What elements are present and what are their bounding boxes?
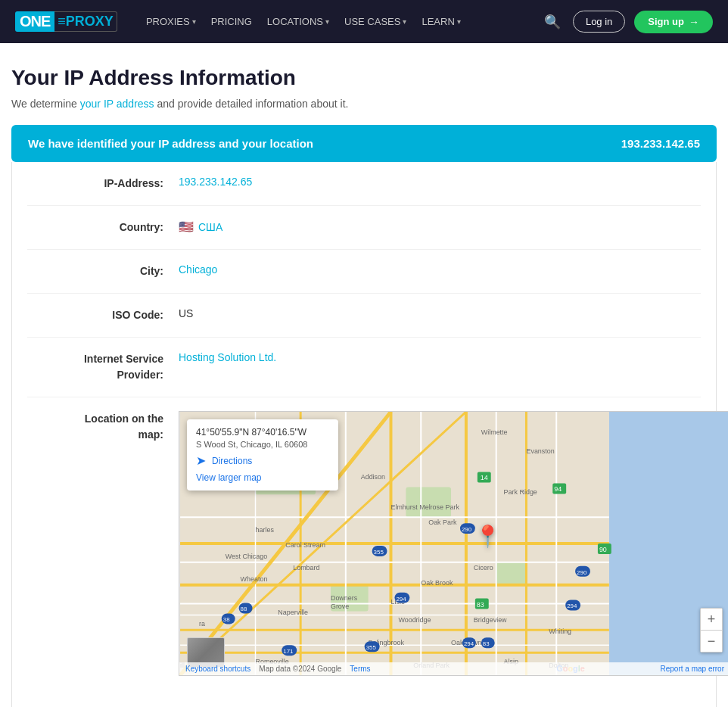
- logo-on: ONE: [15, 11, 54, 32]
- svg-text:Evanston: Evanston: [526, 447, 554, 455]
- report-error-link[interactable]: Report a map error: [661, 665, 724, 673]
- iso-label: ISO Code:: [58, 307, 179, 323]
- map-container: Jefferson Wilmette Evanston Park Ridge A…: [179, 411, 728, 676]
- svg-text:Oak Brook: Oak Brook: [421, 579, 453, 587]
- chevron-down-icon: ▾: [325, 17, 329, 26]
- svg-text:Elmhurst Melrose Park: Elmhurst Melrose Park: [390, 503, 459, 511]
- nav-use-cases[interactable]: USE CASES ▾: [338, 11, 412, 32]
- svg-text:90: 90: [599, 546, 607, 553]
- svg-text:Cicero: Cicero: [474, 564, 493, 572]
- map-address: S Wood St, Chicago, IL 60608: [196, 440, 329, 449]
- nav-links: PROXIES ▾ PRICING LOCATIONS ▾ USE CASES …: [140, 11, 518, 32]
- map-coordinates: 41°50'55.9"N 87°40'16.5"W: [196, 427, 329, 438]
- svg-text:38: 38: [223, 616, 230, 623]
- svg-text:83: 83: [477, 601, 484, 609]
- svg-text:Woodridge: Woodridge: [398, 616, 431, 624]
- iso-row: ISO Code: US: [27, 294, 701, 338]
- svg-text:Lombard: Lombard: [293, 564, 319, 572]
- svg-text:294: 294: [464, 640, 474, 647]
- map-footer-left: Keyboard shortcuts Map data ©2024 Google…: [185, 665, 371, 673]
- map-wrapper[interactable]: Jefferson Wilmette Evanston Park Ridge A…: [179, 411, 728, 676]
- nav-learn[interactable]: LEARN ▾: [415, 11, 466, 32]
- map-popup-actions: ➤ Directions: [196, 453, 329, 468]
- keyboard-shortcuts-link[interactable]: Keyboard shortcuts: [185, 665, 250, 673]
- svg-text:88: 88: [241, 606, 247, 612]
- svg-text:355: 355: [366, 644, 377, 651]
- svg-text:83: 83: [483, 640, 490, 647]
- svg-text:Whiting: Whiting: [549, 628, 571, 635]
- map-marker: 📍: [474, 524, 501, 549]
- arrow-icon: →: [689, 16, 699, 28]
- search-icon[interactable]: 🔍: [541, 11, 564, 33]
- svg-text:171: 171: [283, 648, 294, 655]
- banner-ip: 193.233.142.65: [621, 137, 700, 150]
- map-terms-link[interactable]: Terms: [350, 665, 370, 673]
- page-title: Your IP Address Information: [11, 66, 717, 90]
- svg-text:Wheaton: Wheaton: [241, 575, 268, 583]
- svg-text:Park Ridge: Park Ridge: [504, 488, 537, 496]
- ip-label: IP-Address:: [58, 176, 179, 192]
- ip-row: IP-Address: 193.233.142.65: [27, 162, 701, 206]
- city-row: City: Chicago: [27, 250, 701, 294]
- zoom-out-button[interactable]: −: [701, 631, 722, 652]
- nav-locations[interactable]: LOCATIONS ▾: [261, 11, 335, 32]
- chevron-down-icon: ▾: [192, 17, 196, 26]
- map-popup: 41°50'55.9"N 87°40'16.5"W S Wood St, Chi…: [187, 419, 338, 491]
- svg-text:Oak Park: Oak Park: [428, 519, 457, 526]
- svg-text:290: 290: [462, 526, 472, 533]
- svg-text:Downers: Downers: [331, 594, 358, 602]
- svg-text:West Chicago: West Chicago: [226, 553, 268, 560]
- ip-banner: We have identified your IP address and y…: [11, 125, 717, 162]
- country-row: Country: 🇺🇸США: [27, 206, 701, 250]
- chevron-down-icon: ▾: [403, 17, 406, 26]
- isp-row: Internet Service Provider: Hosting Solut…: [27, 338, 701, 397]
- zoom-in-button[interactable]: +: [701, 609, 722, 630]
- svg-text:Naperville: Naperville: [278, 609, 308, 616]
- logo-proxy: ​≡PROXY: [54, 11, 117, 32]
- svg-text:harles: harles: [256, 526, 275, 534]
- ip-value: 193.233.142.65: [179, 176, 252, 188]
- map-footer-right: Report a map error: [661, 665, 724, 673]
- country-value: 🇺🇸США: [179, 220, 222, 234]
- svg-text:Bridgeview: Bridgeview: [474, 616, 507, 624]
- signup-button[interactable]: Sign up →: [634, 11, 713, 33]
- map-zoom-controls: + −: [700, 608, 723, 652]
- svg-text:Addison: Addison: [361, 473, 385, 481]
- svg-rect-3: [406, 487, 451, 517]
- svg-text:ra: ra: [199, 620, 205, 628]
- map-footer: Keyboard shortcuts Map data ©2024 Google…: [179, 662, 728, 675]
- navigation: ONE ​≡PROXY PROXIES ▾ PRICING LOCATIONS …: [0, 0, 728, 43]
- chevron-down-icon: ▾: [457, 17, 461, 26]
- ip-link[interactable]: your IP address: [80, 98, 154, 110]
- country-flag: 🇺🇸: [179, 220, 194, 234]
- logo[interactable]: ONE ​≡PROXY: [15, 11, 117, 32]
- nav-actions: 🔍 Log in Sign up →: [541, 11, 713, 33]
- view-larger-link[interactable]: View larger map: [196, 472, 329, 483]
- isp-label: Internet Service Provider:: [58, 351, 179, 383]
- svg-text:Carol Stream: Carol Stream: [285, 541, 325, 549]
- main-content: Your IP Address Information We determine…: [0, 43, 728, 707]
- svg-text:294: 294: [396, 596, 406, 603]
- nav-proxies[interactable]: PROXIES ▾: [140, 11, 202, 32]
- svg-text:Wilmette: Wilmette: [481, 428, 508, 436]
- svg-text:14: 14: [481, 474, 488, 481]
- city-label: City:: [58, 263, 179, 279]
- svg-text:294: 294: [567, 603, 577, 610]
- svg-text:94: 94: [554, 485, 562, 493]
- page-subtitle: We determine your IP address and provide…: [11, 98, 717, 110]
- directions-icon: ➤: [196, 453, 206, 468]
- map-label: Location on the map:: [58, 411, 179, 443]
- svg-text:Grove: Grove: [331, 603, 349, 611]
- country-label: Country:: [58, 220, 179, 235]
- isp-value: Hosting Solution Ltd.: [179, 351, 276, 363]
- nav-pricing[interactable]: PRICING: [205, 11, 258, 32]
- login-button[interactable]: Log in: [573, 11, 625, 33]
- info-table: IP-Address: 193.233.142.65 Country: 🇺🇸СШ…: [11, 162, 717, 707]
- directions-link[interactable]: Directions: [212, 456, 252, 466]
- svg-text:290: 290: [577, 569, 587, 576]
- map-data-text: Map data ©2024 Google: [259, 665, 341, 673]
- map-row: Location on the map:: [27, 397, 701, 690]
- svg-rect-4: [496, 562, 527, 585]
- banner-text: We have identified your IP address and y…: [28, 137, 313, 150]
- svg-text:355: 355: [374, 549, 384, 556]
